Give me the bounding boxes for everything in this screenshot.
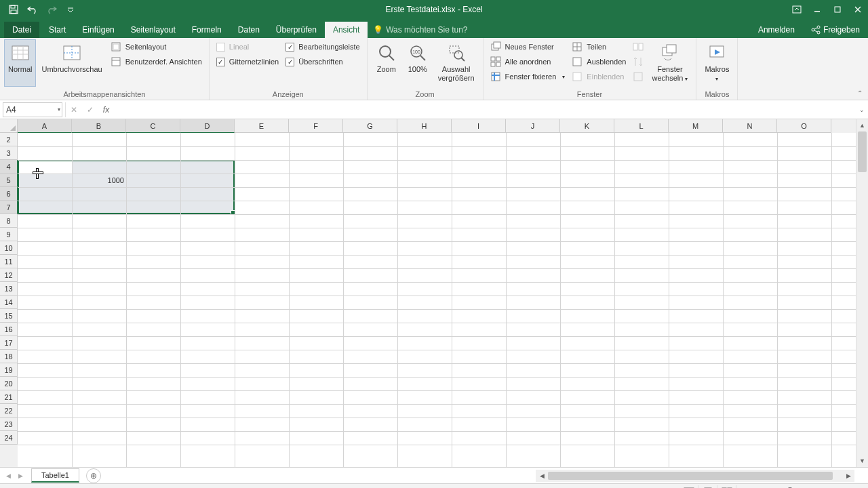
tab-pagelayout[interactable]: Seitenlayout (123, 22, 184, 38)
col-header-K[interactable]: K (560, 119, 614, 133)
signin-button[interactable]: Anmelden (750, 22, 803, 38)
row-header-15[interactable]: 15 (0, 309, 18, 323)
new-window-button[interactable]: Neues Fenster (488, 39, 568, 54)
row-header-12[interactable]: 12 (0, 268, 18, 282)
col-header-C[interactable]: C (126, 119, 180, 133)
row-header-16[interactable]: 16 (0, 323, 18, 336)
cells-area[interactable]: 1000 (18, 133, 856, 467)
row-header-2[interactable]: 2 (0, 133, 18, 146)
active-cell-A4[interactable] (19, 161, 72, 174)
row-header-8[interactable]: 8 (0, 214, 18, 228)
close-button[interactable] (848, 0, 868, 19)
col-header-H[interactable]: H (397, 119, 452, 133)
cell-B5[interactable]: 1000 (72, 174, 126, 187)
row-header-10[interactable]: 10 (0, 241, 18, 255)
scroll-right-button[interactable]: ▶ (842, 470, 854, 482)
row-header-20[interactable]: 20 (0, 377, 18, 390)
scroll-down-button[interactable]: ▼ (856, 455, 868, 467)
col-header-L[interactable]: L (614, 119, 669, 133)
col-header-N[interactable]: N (723, 119, 777, 133)
ribbon-display-options[interactable] (787, 0, 807, 19)
row-header-24[interactable]: 24 (0, 431, 18, 445)
col-header-E[interactable]: E (235, 119, 289, 133)
col-header-D[interactable]: D (180, 119, 235, 133)
sheet-nav-next[interactable]: ▶ (15, 470, 26, 482)
row-header-21[interactable]: 21 (0, 390, 18, 404)
tab-view[interactable]: Ansicht (325, 22, 368, 38)
pagebreak-preview-button[interactable]: Umbruchvorschau (37, 39, 106, 87)
vertical-scrollbar[interactable]: ▲ ▼ (856, 119, 868, 467)
tab-review[interactable]: Überprüfen (268, 22, 325, 38)
hide-button[interactable]: Ausblenden (569, 54, 629, 69)
freeze-panes-button[interactable]: Fenster fixieren▾ (488, 69, 568, 84)
sheet-nav-prev[interactable]: ◀ (3, 470, 14, 482)
row-header-7[interactable]: 7 (0, 201, 18, 214)
col-header-B[interactable]: B (72, 119, 126, 133)
minimize-button[interactable] (807, 0, 827, 19)
row-header-13[interactable]: 13 (0, 282, 18, 296)
zoom-button[interactable]: Zoom (372, 39, 401, 87)
switch-windows-button[interactable]: Fensterwechseln ▾ (648, 39, 692, 87)
macros-button[interactable]: Makros▾ (701, 39, 733, 87)
statusbar-pagebreak-view[interactable] (719, 485, 736, 489)
collapse-ribbon-button[interactable]: ⌃ (857, 89, 863, 97)
name-box[interactable]: A4▾ (3, 102, 62, 117)
tab-formulas[interactable]: Formeln (184, 22, 230, 38)
add-sheet-button[interactable]: ⊕ (86, 468, 101, 483)
scroll-up-button[interactable]: ▲ (856, 119, 868, 131)
statusbar-pagelayout-view[interactable] (700, 485, 717, 489)
horizontal-scrollbar[interactable]: ◀ ▶ (536, 470, 854, 482)
vscroll-thumb[interactable] (858, 131, 867, 172)
row-header-22[interactable]: 22 (0, 404, 18, 418)
row-header-14[interactable]: 14 (0, 296, 18, 309)
split-button[interactable]: Teilen (569, 39, 629, 54)
qat-customize-button[interactable] (62, 2, 79, 17)
col-header-A[interactable]: A (18, 119, 72, 133)
row-header-9[interactable]: 9 (0, 228, 18, 241)
normal-view-button[interactable]: Normal (4, 39, 36, 87)
headings-checkbox[interactable]: Überschriften (283, 54, 363, 69)
maximize-button[interactable] (827, 0, 848, 19)
row-header-4[interactable]: 4 (0, 160, 18, 174)
custom-views-button[interactable]: Benutzerdef. Ansichten (108, 54, 205, 69)
gridlines-checkbox[interactable]: Gitternetzlinien (214, 54, 281, 69)
col-header-O[interactable]: O (777, 119, 831, 133)
select-all-corner[interactable] (0, 119, 18, 133)
scroll-left-button[interactable]: ◀ (536, 470, 548, 482)
undo-button[interactable] (24, 2, 41, 17)
row-headers[interactable]: 23456789101112131415161718192021222324 (0, 133, 18, 467)
row-header-19[interactable]: 19 (0, 363, 18, 377)
share-button[interactable]: Freigeben (803, 22, 868, 38)
col-header-J[interactable]: J (506, 119, 560, 133)
row-header-3[interactable]: 3 (0, 146, 18, 160)
row-header-23[interactable]: 23 (0, 418, 18, 431)
zoom-100-button[interactable]: 100100% (403, 39, 433, 87)
tab-insert[interactable]: Einfügen (74, 22, 122, 38)
formula-input[interactable] (114, 102, 856, 117)
col-header-I[interactable]: I (452, 119, 506, 133)
insert-function-button[interactable]: fx (98, 102, 114, 117)
tell-me-search[interactable]: 💡 Was möchten Sie tun? (368, 22, 473, 38)
spreadsheet-grid[interactable]: ABCDEFGHIJKLMNO 234567891011121314151617… (0, 119, 868, 467)
hscroll-thumb[interactable] (548, 472, 833, 480)
tab-data[interactable]: Daten (230, 22, 268, 38)
save-button[interactable] (5, 2, 22, 17)
col-header-F[interactable]: F (289, 119, 343, 133)
zoom-selection-button[interactable]: Auswahlvergrößern (434, 39, 479, 87)
row-header-6[interactable]: 6 (0, 187, 18, 201)
redo-button[interactable] (43, 2, 60, 17)
expand-formula-bar[interactable]: ⌄ (856, 106, 868, 113)
pagelayout-view-button[interactable]: Seitenlayout (108, 39, 205, 54)
tab-start[interactable]: Start (41, 22, 74, 38)
statusbar-normal-view[interactable] (681, 485, 698, 489)
sheet-tab-tabelle1[interactable]: Tabelle1 (31, 468, 79, 483)
tab-file[interactable]: Datei (4, 22, 39, 38)
col-header-M[interactable]: M (669, 119, 723, 133)
col-header-G[interactable]: G (343, 119, 397, 133)
namebox-dropdown[interactable]: ▾ (58, 106, 60, 113)
row-header-17[interactable]: 17 (0, 336, 18, 350)
arrange-all-button[interactable]: Alle anordnen (488, 54, 568, 69)
formula-bar-checkbox[interactable]: Bearbeitungsleiste (283, 39, 363, 54)
row-header-11[interactable]: 11 (0, 255, 18, 268)
column-headers[interactable]: ABCDEFGHIJKLMNO (18, 119, 856, 133)
